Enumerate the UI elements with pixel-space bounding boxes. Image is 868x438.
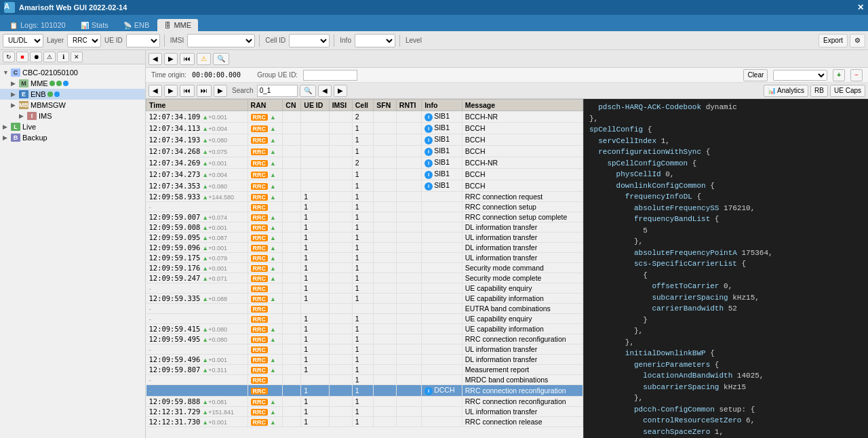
info-select[interactable] xyxy=(355,34,395,47)
export-button[interactable]: Export xyxy=(818,34,848,47)
table-row[interactable]: 12:09:59.495 ▲+0.080RRC ▲11RRC connectio… xyxy=(146,334,583,344)
clear-button[interactable]: Clear xyxy=(743,69,768,81)
cell-cn xyxy=(283,324,301,334)
table-row[interactable]: 12:07:34.269 ▲+0.001RRC ▲2iSIB1BCCH-NR xyxy=(146,157,583,169)
prev-button[interactable]: ◀ xyxy=(149,53,162,65)
cell-ran: RRC ▲ xyxy=(248,243,283,253)
cell-ran: RRC ▲ xyxy=(248,169,283,180)
refresh-button[interactable]: ↻ xyxy=(3,52,15,62)
table-row[interactable]: 12:07:34.109 ▲+0.001RRC ▲2iSIB1BCCH-NR xyxy=(146,111,583,123)
ue-id-select[interactable]: 12 xyxy=(126,34,160,47)
tree-item-mme[interactable]: ▶ M MME xyxy=(0,78,145,89)
table-row[interactable]: 12:09:59.175 ▲+0.079RRC ▲11UL informatio… xyxy=(146,253,583,263)
search-next-button[interactable]: ▶ xyxy=(334,85,347,97)
tree-item-live[interactable]: ▶ L Live xyxy=(0,121,145,132)
table-row[interactable]: 12:09:59.415 ▲+0.080RRC ▲11UE capability… xyxy=(146,324,583,334)
go-end-button[interactable]: ⏭ xyxy=(197,85,212,97)
tree-item-enb[interactable]: ▶ E ENB xyxy=(0,89,145,100)
table-row[interactable]: 12:12:31.730 ▲+0.001RRC ▲11RRC connectio… xyxy=(146,417,583,427)
log-table-container[interactable]: Time RAN CN UE ID IMSI Cell SFN RNTI Inf… xyxy=(146,99,583,438)
cell-id-select[interactable] xyxy=(289,34,330,47)
code-line: }, xyxy=(589,393,863,404)
table-row[interactable]: 12:09:59.095 ▲+0.087RRC ▲11UL informatio… xyxy=(146,233,583,243)
tab-enb[interactable]: 📡 ENB xyxy=(117,19,157,31)
cell-time: 12:07:34.193 ▲+0.080 xyxy=(146,134,248,146)
analytics-button[interactable]: 📊 Analytics xyxy=(764,85,808,97)
col-ran: RAN xyxy=(248,100,283,111)
clear-select[interactable] xyxy=(773,70,827,81)
cell-ue-id xyxy=(301,146,329,157)
table-row[interactable]: -RRCEUTRA band combinations xyxy=(146,304,583,314)
filter-button[interactable]: 🔍 xyxy=(213,53,229,65)
table-row[interactable]: -RRC1MRDC band combinations xyxy=(146,375,583,385)
cell-message: RRC connection reconfiguration xyxy=(462,334,583,344)
table-row[interactable]: 12:07:34.268 ▲+0.075RRC ▲1iSIB1BCCH xyxy=(146,146,583,157)
code-panel[interactable]: pdsch-HARQ-ACK-Codebook dynamic},spCellC… xyxy=(583,99,868,438)
table-row[interactable]: 12:09:59.096 ▲+0.001RRC ▲11DL informatio… xyxy=(146,243,583,253)
jump-start-button[interactable]: ⏮ xyxy=(180,53,195,65)
table-row[interactable]: 12:09:59.335 ▲+0.088RRC ▲11UE capability… xyxy=(146,294,583,304)
tab-mme[interactable]: 🗄 MME xyxy=(157,19,198,31)
imsi-select[interactable] xyxy=(187,34,255,47)
table-row[interactable]: 12:07:34.273 ▲+0.004RRC ▲1iSIB1BCCH xyxy=(146,169,583,180)
settings-button[interactable]: ⚙ xyxy=(850,34,865,47)
col-message: Message xyxy=(462,100,583,111)
cell-message: UE capability information xyxy=(462,324,583,334)
table-row[interactable]: 12:09:59.247 ▲+0.071RRC ▲11Security mode… xyxy=(146,273,583,283)
table-row[interactable]: 12:07:34.353 ▲+0.080RRC ▲1iSIB1BCCH xyxy=(146,180,583,192)
cell-sfn xyxy=(374,375,396,385)
cell-rnti xyxy=(396,192,421,202)
cell-rnti xyxy=(396,134,421,146)
tree-item-mbmsgw[interactable]: ▶ MB MBMSGW xyxy=(0,100,145,111)
add-button[interactable]: + xyxy=(833,69,845,81)
left-panel: ↻ ■ ⏺ ⚠ ℹ ✕ ▼ C CBC-021050100 ▶ M MME xyxy=(0,50,146,438)
tree-item-cbc[interactable]: ▼ C CBC-021050100 xyxy=(0,67,145,78)
ue-caps-button[interactable]: UE Caps xyxy=(830,85,865,97)
table-row[interactable]: -RRC11RRC connection setup xyxy=(146,202,583,212)
warn-filter-button[interactable]: ⚠ xyxy=(197,53,211,65)
close-icon[interactable]: ✕ xyxy=(857,3,864,12)
table-row[interactable]: 12:09:59.496 ▲+0.001RRC ▲11DL informatio… xyxy=(146,355,583,365)
search-arrow-button[interactable]: ▶ xyxy=(214,85,227,97)
table-row[interactable]: -RRC11UE capability enquiry xyxy=(146,314,583,324)
tree-item-ims[interactable]: ▶ I IMS xyxy=(0,111,145,121)
cell-cn xyxy=(283,304,301,314)
search-input[interactable] xyxy=(257,85,298,97)
warn-button[interactable]: ⚠ xyxy=(43,52,56,62)
table-row[interactable]: 12:09:59.007 ▲+0.074RRC ▲11RRC connectio… xyxy=(146,212,583,222)
scroll-left-button[interactable]: ◀ xyxy=(149,85,162,97)
cell-ran: RRC ▲ xyxy=(248,334,283,344)
table-row[interactable]: 12:09:59.888 ▲+0.081RRC ▲11RRC connectio… xyxy=(146,397,583,407)
table-row[interactable]: -RRC11UE capability enquiry xyxy=(146,283,583,294)
table-row[interactable]: 12:09:59.008 ▲+0.001RRC ▲11DL informatio… xyxy=(146,222,583,233)
minus-button[interactable]: − xyxy=(850,69,863,81)
tab-stats[interactable]: 📊 Stats xyxy=(74,19,115,31)
search-go-button[interactable]: 🔍 xyxy=(300,85,316,97)
search-prev-button[interactable]: ◀ xyxy=(318,85,332,97)
table-row[interactable]: 12:07:34.113 ▲+0.004RRC ▲1iSIB1BCCH xyxy=(146,123,583,134)
table-row[interactable]: 12:09:59.807 ▲+0.311RRC ▲11Measurement r… xyxy=(146,365,583,375)
group-ue-input[interactable] xyxy=(303,70,357,81)
stop-button[interactable]: ■ xyxy=(16,52,28,62)
cell-rnti xyxy=(396,273,421,283)
mme-tree-icon: M xyxy=(19,79,28,87)
go-start-button[interactable]: ⏮ xyxy=(180,85,195,97)
table-row[interactable]: -RRC11UL information transfer xyxy=(146,344,583,355)
next-button[interactable]: ▶ xyxy=(164,53,178,65)
rb-button[interactable]: RB xyxy=(810,85,828,97)
table-row[interactable]: 12:12:31.729 ▲+151.841RRC ▲11UL informat… xyxy=(146,407,583,417)
cell-rnti xyxy=(396,407,421,417)
table-row[interactable]: 12:09:58.933 ▲+144.580RRC ▲11RRC connect… xyxy=(146,192,583,202)
cell-imsi xyxy=(329,407,352,417)
table-row[interactable]: -RRC11iDCCHRRC connection reconfiguratio… xyxy=(146,385,583,397)
table-row[interactable]: 12:07:34.193 ▲+0.080RRC ▲1iSIB1BCCH xyxy=(146,134,583,146)
layer-select[interactable]: RRCNASPDCP xyxy=(67,34,101,47)
record-button[interactable]: ⏺ xyxy=(30,52,42,62)
scroll-right-button[interactable]: ▶ xyxy=(164,85,178,97)
ul-dl-select[interactable]: UL/DLULDL xyxy=(3,34,43,47)
table-row[interactable]: 12:09:59.176 ▲+0.001RRC ▲11Security mode… xyxy=(146,263,583,273)
tree-item-backup[interactable]: ▶ B Backup xyxy=(0,132,145,143)
info-button[interactable]: ℹ xyxy=(57,52,69,62)
tab-logs[interactable]: 📋 Logs: 101020 xyxy=(3,19,73,31)
close-left-button[interactable]: ✕ xyxy=(71,52,83,62)
